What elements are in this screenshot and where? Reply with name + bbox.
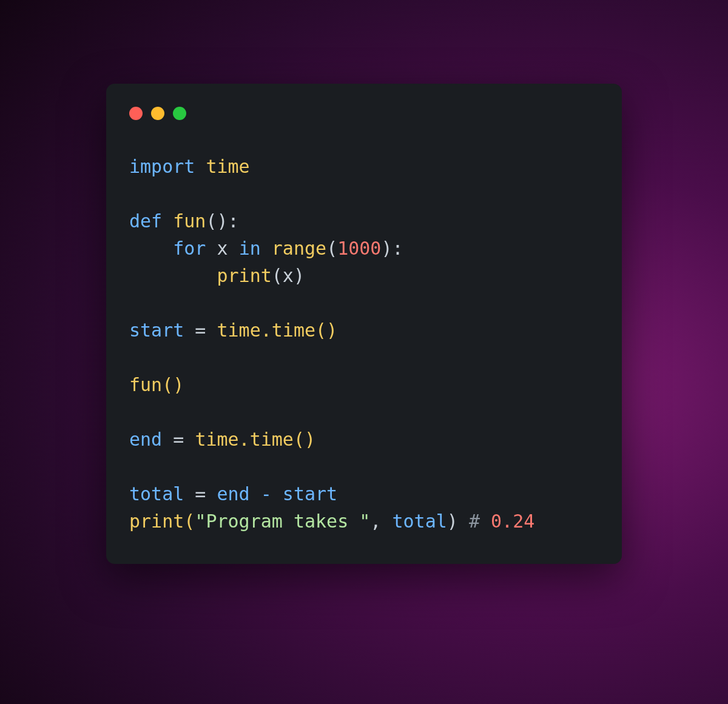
kw-in: in [239, 238, 261, 259]
punct-eq-3: = [184, 483, 217, 505]
ref-total: total [392, 511, 447, 532]
punct-print-x: (x) [272, 265, 305, 286]
punct-rparen-colon: ): [381, 238, 403, 259]
minimize-icon[interactable] [151, 107, 164, 120]
fn-print-inner: print [217, 265, 272, 286]
call-time-2: time.time() [195, 429, 315, 450]
punct-def: (): [206, 210, 238, 232]
punct-eq-1: = [184, 320, 217, 341]
str-program-takes: "Program takes " [195, 511, 370, 532]
kw-import: import [129, 156, 195, 177]
zoom-icon[interactable] [173, 107, 186, 120]
call-fun: fun() [129, 374, 184, 395]
mod-time: time [206, 156, 249, 177]
kw-for: for [173, 238, 206, 259]
kw-def: def [129, 210, 162, 232]
var-total: total [129, 483, 184, 505]
num-1000: 1000 [337, 238, 381, 259]
var-end: end [129, 429, 162, 450]
comment-hash: # [469, 511, 491, 532]
call-time-1: time.time() [217, 320, 338, 341]
var-start: start [129, 320, 184, 341]
num-024: 0.24 [491, 511, 534, 532]
expr-end-minus-start: end - start [217, 483, 338, 505]
close-icon[interactable] [129, 107, 143, 120]
code-block: import time def fun(): for x in range(10… [129, 153, 599, 535]
fn-print-outer: print( [129, 511, 195, 532]
window-titlebar [129, 103, 599, 120]
punct-lparen: ( [326, 238, 337, 259]
punct-eq-2: = [162, 429, 195, 450]
var-x-loop: x [217, 238, 228, 259]
fn-range: range [272, 238, 326, 259]
fn-fun-def: fun [173, 210, 206, 232]
punct-comma: , [370, 511, 392, 532]
code-window: import time def fun(): for x in range(10… [106, 84, 622, 564]
punct-rparen-final: ) [447, 511, 469, 532]
